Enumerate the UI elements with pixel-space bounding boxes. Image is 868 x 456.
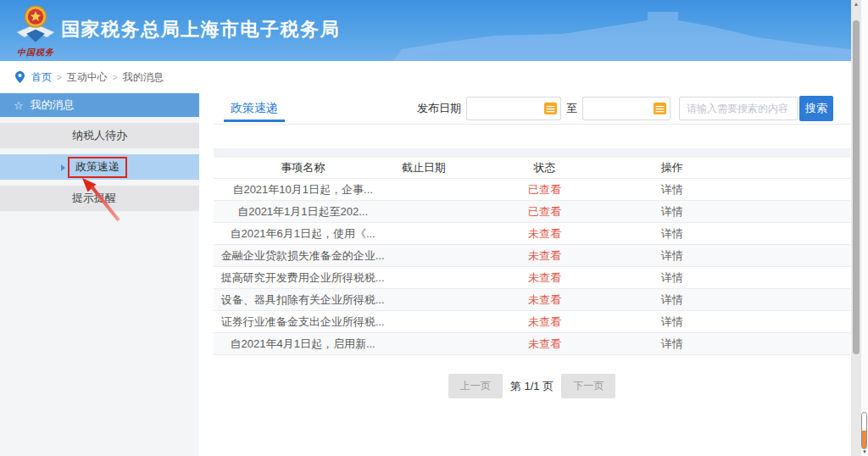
table-row: 提高研究开发费用企业所得税税... 未查看 详情: [214, 267, 850, 289]
tab-policy-express[interactable]: 政策速递: [227, 93, 281, 124]
calendar-icon[interactable]: [544, 103, 557, 114]
breadcrumb-separator: >: [57, 73, 62, 82]
breadcrumb-home[interactable]: 首页: [31, 70, 52, 85]
status-badge: 未查看: [455, 226, 633, 242]
table-row: 自2021年1月1日起至202... 已查看 详情: [214, 201, 850, 223]
item-name-cell: 自2021年1月1日起至202...: [214, 204, 392, 220]
outer-scrollbar-thumb[interactable]: [861, 412, 867, 449]
detail-link[interactable]: 详情: [661, 205, 683, 218]
search-input[interactable]: [679, 97, 798, 120]
column-header-status: 状态: [455, 160, 633, 175]
logo-caption: 中国税务: [12, 47, 59, 58]
detail-link[interactable]: 详情: [661, 227, 683, 240]
sidebar-item-policy-express[interactable]: 政策速递: [0, 154, 199, 180]
inner-scrollbar-thumb[interactable]: [853, 20, 860, 354]
table-row: 证券行业准备金支出企业所得税... 未查看 详情: [214, 311, 850, 333]
detail-link[interactable]: 详情: [661, 293, 683, 306]
item-name-cell: 提高研究开发费用企业所得税税...: [214, 270, 392, 286]
main-panel: 政策速递 发布日期 至: [214, 93, 850, 456]
prev-page-button[interactable]: 上一页: [448, 374, 503, 398]
breadcrumb-my-messages: 我的消息: [123, 70, 164, 85]
tab-bar: 政策速递 发布日期 至: [214, 93, 850, 125]
star-icon: ☆: [14, 99, 24, 112]
detail-link[interactable]: 详情: [661, 249, 683, 262]
calendar-icon[interactable]: [654, 103, 666, 114]
sidebar-item-taxpayer-todo[interactable]: 纳税人待办: [0, 123, 199, 148]
breadcrumb-separator: >: [113, 73, 118, 82]
table-row: 设备、器具扣除有关企业所得税... 未查看 详情: [214, 289, 850, 311]
sidebar-item-label: 提示提醒: [72, 191, 116, 206]
detail-link[interactable]: 详情: [661, 183, 683, 196]
scroll-up-arrow-icon[interactable]: ▲: [851, 1, 861, 7]
item-name-cell: 自2021年10月1日起，企事...: [214, 182, 392, 197]
table-row: 金融企业贷款损失准备金的企业... 未查看 详情: [214, 245, 850, 267]
page: 中国税务 国家税务总局上海市电子税务局 首页 > 互动中心 > 我的消息 ☆ 我…: [0, 0, 868, 456]
item-name-cell: 金融企业贷款损失准备金的企业...: [214, 248, 392, 264]
table-header-row: 事项名称 截止日期 状态 操作: [214, 158, 850, 179]
status-badge: 未查看: [455, 270, 633, 286]
column-header-deadline: 截止日期: [392, 160, 455, 175]
sidebar-item-tips-reminder[interactable]: 提示提醒: [0, 186, 199, 211]
table-row: 自2021年10月1日起，企事... 已查看 详情: [214, 179, 850, 201]
great-wall-background-image: [393, 0, 868, 61]
status-badge: 未查看: [455, 336, 633, 352]
date-to-label: 至: [566, 101, 577, 116]
spacer: [214, 125, 850, 148]
table-row: 自2021年4月1日起，启用新... 未查看 详情: [214, 333, 850, 355]
app-header: 中国税务 国家税务总局上海市电子税务局: [0, 0, 868, 61]
item-name-cell: 自2021年6月1日起，使用《...: [214, 226, 392, 242]
sidebar-item-label: 纳税人待办: [72, 128, 127, 143]
location-pin-icon: [15, 71, 25, 83]
site-title: 国家税务总局上海市电子税务局: [61, 17, 340, 42]
status-badge: 未查看: [455, 248, 633, 264]
detail-link[interactable]: 详情: [661, 337, 683, 350]
breadcrumb-interaction-center[interactable]: 互动中心: [67, 70, 108, 85]
sidebar-header-label: 我的消息: [31, 97, 75, 113]
column-header-item-name: 事项名称: [214, 160, 392, 175]
publish-date-label: 发布日期: [417, 101, 461, 116]
table-top-band: [214, 148, 850, 158]
detail-link[interactable]: 详情: [661, 271, 683, 284]
status-badge: 未查看: [455, 314, 633, 330]
item-name-cell: 设备、器具扣除有关企业所得税...: [214, 292, 392, 308]
breadcrumb: 首页 > 互动中心 > 我的消息: [0, 61, 868, 93]
status-badge: 已查看: [455, 204, 633, 220]
sidebar-item-label: 政策速递: [75, 160, 120, 173]
filter-bar: 发布日期 至: [417, 96, 850, 121]
tax-emblem-icon: [14, 3, 57, 45]
item-name-cell: 自2021年4月1日起，启用新...: [214, 336, 392, 352]
tax-bureau-logo: 中国税务: [12, 3, 59, 58]
selected-triangle-icon: [61, 164, 65, 171]
page-info: 第 1/1 页: [510, 379, 554, 394]
status-badge: 已查看: [455, 182, 633, 197]
scroll-down-arrow-icon[interactable]: ▼: [861, 449, 868, 454]
column-header-action: 操作: [634, 160, 710, 175]
detail-link[interactable]: 详情: [661, 315, 683, 328]
pagination: 上一页 第 1/1 页 下一页: [214, 374, 850, 398]
inner-scrollbar: ▲: [851, 0, 861, 456]
search-button[interactable]: 搜索: [799, 96, 833, 121]
sidebar: ☆ 我的消息 纳税人待办 政策速递 提示提醒: [0, 93, 199, 456]
item-name-cell: 证券行业准备金支出企业所得税...: [214, 314, 392, 330]
annotation-red-box: 政策速递: [68, 157, 127, 178]
table-row: 自2021年6月1日起，使用《... 未查看 详情: [214, 223, 850, 245]
message-table: 事项名称 截止日期 状态 操作 自2021年10月1日起，企事... 已查看 详…: [214, 158, 850, 355]
status-badge: 未查看: [455, 292, 633, 308]
sidebar-header-my-messages[interactable]: ☆ 我的消息: [0, 93, 199, 117]
outer-scrollbar: ▼: [861, 0, 868, 456]
next-page-button[interactable]: 下一页: [561, 374, 615, 398]
